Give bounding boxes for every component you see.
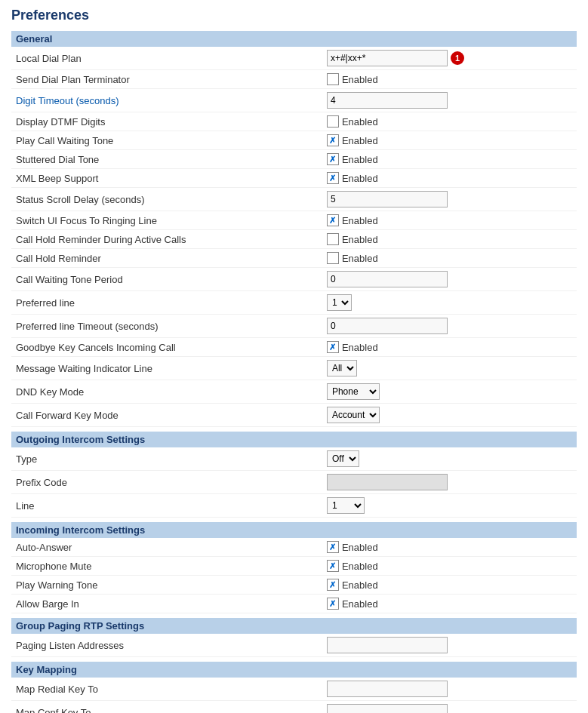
control-goodbye-key: Enabled [322,338,577,357]
checkbox-icon-display-dtmf-digits[interactable] [327,115,339,128]
checkbox-icon-call-hold-reminder[interactable] [327,252,339,264]
checkbox-row-send-dial-plan-terminator: Enabled [327,73,572,85]
control-map-conf-key-to [322,701,577,714]
section-group-paging-rtp: Group Paging RTP SettingsPaging Listen A… [11,618,577,657]
section-header-key-mapping: Key Mapping [11,662,577,678]
input-map-conf-key-to[interactable] [327,704,448,713]
page-title: Preferences [11,8,577,23]
control-prefix-code [322,471,577,494]
row-preferred-line: Preferred line1234 [11,291,577,315]
section-incoming-intercom: Incoming Intercom SettingsAuto-AnswerEna… [11,522,577,613]
row-stuttered-dial-tone: Stuttered Dial ToneEnabled [11,150,577,169]
label-local-dial-plan: Local Dial Plan [11,47,322,70]
row-send-dial-plan-terminator: Send Dial Plan TerminatorEnabled [11,70,577,89]
badge-local-dial-plan: 1 [451,51,464,65]
control-microphone-mute: Enabled [322,557,577,576]
checkbox-label-stuttered-dial-tone: Enabled [342,154,378,165]
control-display-dtmf-digits: Enabled [322,112,577,131]
checkbox-icon-play-warning-tone[interactable] [327,579,339,591]
checkbox-icon-switch-ui-focus[interactable] [327,214,339,226]
control-local-dial-plan: 1 [322,47,577,70]
checkbox-icon-auto-answer[interactable] [327,541,339,553]
checkbox-icon-goodbye-key[interactable] [327,341,339,353]
input-call-waiting-tone-period[interactable] [327,271,448,287]
input-map-redial-key-to[interactable] [327,681,448,697]
control-xml-beep-support: Enabled [322,169,577,188]
select-preferred-line[interactable]: 1234 [327,294,352,311]
checkbox-icon-call-hold-reminder-during[interactable] [327,233,339,245]
section-header-general: General [11,31,577,47]
input-status-scroll-delay[interactable] [327,191,448,207]
checkbox-row-xml-beep-support: Enabled [327,172,572,184]
settings-table-group-paging-rtp: Paging Listen Addresses [11,634,577,657]
settings-table-incoming-intercom: Auto-AnswerEnabledMicrophone MuteEnabled… [11,538,577,613]
checkbox-row-call-hold-reminder: Enabled [327,252,572,264]
label-paging-listen-addresses: Paging Listen Addresses [11,634,322,657]
checkbox-row-allow-barge-in: Enabled [327,598,572,610]
checkbox-row-display-dtmf-digits: Enabled [327,115,572,128]
input-paging-listen-addresses[interactable] [327,637,448,653]
select-call-forward-key-mode[interactable]: AccountPhoneCustom [327,407,380,423]
row-xml-beep-support: XML Beep SupportEnabled [11,169,577,188]
label-call-forward-key-mode: Call Forward Key Mode [11,404,322,427]
input-local-dial-plan[interactable] [327,50,448,66]
label-prefix-code: Prefix Code [11,471,322,494]
section-outgoing-intercom: Outgoing Intercom SettingsTypeOffOnPrefi… [11,432,577,518]
checkbox-icon-stuttered-dial-tone[interactable] [327,153,339,165]
label-microphone-mute: Microphone Mute [11,557,322,576]
section-header-group-paging-rtp: Group Paging RTP Settings [11,618,577,634]
row-play-call-waiting-tone: Play Call Waiting ToneEnabled [11,131,577,150]
control-call-hold-reminder-during: Enabled [322,230,577,249]
row-digit-timeout: Digit Timeout (seconds) [11,89,577,112]
select-line[interactable]: 1234 [327,497,365,514]
row-call-hold-reminder-during: Call Hold Reminder During Active CallsEn… [11,230,577,249]
label-call-waiting-tone-period: Call Waiting Tone Period [11,268,322,291]
checkbox-label-microphone-mute: Enabled [342,561,378,572]
select-dnd-key-mode[interactable]: PhoneAccountCustom [327,383,380,400]
row-play-warning-tone: Play Warning ToneEnabled [11,576,577,595]
label-call-hold-reminder: Call Hold Reminder [11,249,322,268]
control-allow-barge-in: Enabled [322,595,577,613]
control-message-waiting-indicator-line: All1234 [322,357,577,380]
control-dnd-key-mode: PhoneAccountCustom [322,380,577,404]
checkbox-label-play-call-waiting-tone: Enabled [342,135,378,146]
control-map-redial-key-to [322,678,577,701]
checkbox-icon-microphone-mute[interactable] [327,560,339,572]
input-digit-timeout[interactable] [327,92,448,109]
control-line: 1234 [322,494,577,518]
settings-table-key-mapping: Map Redial Key ToMap Conf Key To [11,678,577,713]
input-prefix-code [327,474,448,490]
label-xml-beep-support: XML Beep Support [11,169,322,188]
checkbox-icon-xml-beep-support[interactable] [327,172,339,184]
row-call-waiting-tone-period: Call Waiting Tone Period [11,268,577,291]
control-send-dial-plan-terminator: Enabled [322,70,577,89]
select-type[interactable]: OffOn [327,450,359,467]
label-goodbye-key: Goodbye Key Cancels Incoming Call [11,338,322,357]
row-preferred-line-timeout: Preferred line Timeout (seconds) [11,315,577,338]
label-status-scroll-delay: Status Scroll Delay (seconds) [11,188,322,211]
row-map-redial-key-to: Map Redial Key To [11,678,577,701]
checkbox-label-switch-ui-focus: Enabled [342,215,378,226]
checkbox-row-switch-ui-focus: Enabled [327,214,572,226]
checkbox-row-auto-answer: Enabled [327,541,572,553]
label-allow-barge-in: Allow Barge In [11,595,322,613]
section-key-mapping: Key MappingMap Redial Key ToMap Conf Key… [11,662,577,713]
label-call-hold-reminder-during: Call Hold Reminder During Active Calls [11,230,322,249]
select-message-waiting-indicator-line[interactable]: All1234 [327,360,357,376]
row-microphone-mute: Microphone MuteEnabled [11,557,577,576]
control-paging-listen-addresses [322,634,577,657]
checkbox-icon-play-call-waiting-tone[interactable] [327,134,339,146]
input-preferred-line-timeout[interactable] [327,318,448,334]
row-display-dtmf-digits: Display DTMF DigitsEnabled [11,112,577,131]
checkbox-label-display-dtmf-digits: Enabled [342,116,378,128]
row-auto-answer: Auto-AnswerEnabled [11,538,577,557]
section-general: GeneralLocal Dial Plan1Send Dial Plan Te… [11,31,577,427]
checkbox-icon-allow-barge-in[interactable] [327,598,339,610]
checkbox-label-play-warning-tone: Enabled [342,579,378,591]
checkbox-icon-send-dial-plan-terminator[interactable] [327,73,339,85]
label-message-waiting-indicator-line: Message Waiting Indicator Line [11,357,322,380]
settings-table-outgoing-intercom: TypeOffOnPrefix CodeLine1234 [11,447,577,518]
checkbox-row-goodbye-key: Enabled [327,341,572,353]
control-call-waiting-tone-period [322,268,577,291]
input-badge-container-local-dial-plan: 1 [327,50,572,66]
